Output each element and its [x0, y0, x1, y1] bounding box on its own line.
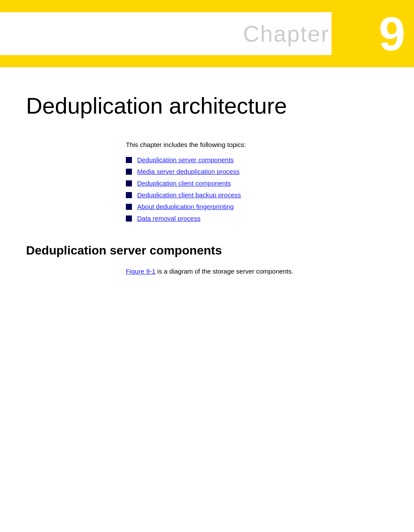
page-title: Deduplication architecture: [26, 93, 388, 119]
section-body-suffix: is a diagram of the storage server compo…: [155, 268, 293, 275]
toc-link-fingerprinting[interactable]: About deduplication fingerprinting: [137, 203, 234, 210]
list-item: Deduplication client components: [126, 180, 388, 187]
list-item: Media server deduplication process: [126, 168, 388, 175]
list-item: Deduplication client backup process: [126, 191, 388, 199]
bullet-icon: [126, 169, 132, 175]
bullet-icon: [126, 157, 132, 163]
figure-9-1-link[interactable]: Figure 9-1: [126, 268, 155, 275]
section-heading-dedup-server: Deduplication server components: [26, 244, 388, 258]
main-content: Deduplication architecture This chapter …: [0, 67, 414, 303]
toc-link-dedup-server[interactable]: Deduplication server components: [137, 156, 234, 163]
toc-link-dedup-client[interactable]: Deduplication client components: [137, 180, 231, 187]
chapter-label: Chapter: [243, 21, 329, 47]
bullet-icon: [126, 204, 132, 210]
toc-link-data-removal[interactable]: Data removal process: [137, 215, 200, 222]
list-item: Data removal process: [126, 215, 388, 222]
toc-link-client-backup[interactable]: Deduplication client backup process: [137, 191, 241, 199]
bullet-icon: [126, 180, 132, 186]
toc-list: Deduplication server components Media se…: [126, 156, 388, 222]
bullet-icon: [126, 192, 132, 198]
bullet-icon: [126, 215, 132, 222]
toc-link-media-server[interactable]: Media server deduplication process: [137, 168, 240, 175]
list-item: About deduplication fingerprinting: [126, 203, 388, 210]
list-item: Deduplication server components: [126, 156, 388, 163]
chapter-header: Chapter 9: [0, 0, 414, 67]
chapter-number: 9: [379, 10, 405, 58]
section-content-dedup-server: Figure 9-1 is a diagram of the storage s…: [126, 266, 388, 277]
intro-text: This chapter includes the following topi…: [126, 141, 388, 148]
